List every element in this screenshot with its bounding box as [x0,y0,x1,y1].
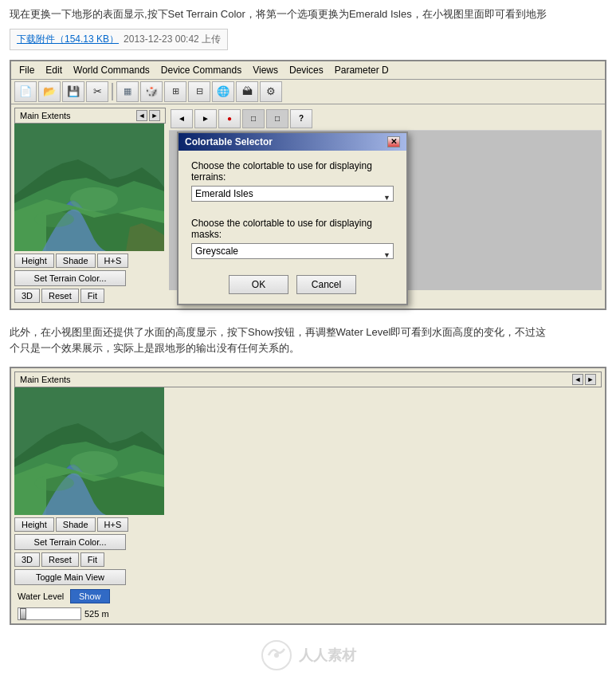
show-btn[interactable]: Show [70,589,110,603]
top-text-content: 现在更换一下地形的表面显示,按下Set Terrain Color，将第一个选项… [10,8,547,20]
panel-nav-next[interactable]: ► [149,110,160,121]
mid-text-line1: 此外，在小视图里面还提供了水面的高度显示，按下Show按钮，再调整Water L… [10,326,546,338]
dialog-body: Choose the colortable to use for display… [179,151,406,304]
open-icon: 📂 [43,85,56,97]
app-window-2: Main Extents ◄ ► Height Shade [10,367,606,625]
terrain-preview-2 [14,387,164,515]
new-icon: 📄 [19,85,32,97]
dialog-ok-btn[interactable]: OK [229,275,288,294]
terrain-colortable-select[interactable]: Emerald Isles Greyscale Blue Red Green [191,186,394,202]
toolbar-btn-terrain3[interactable]: ⊞ [164,81,186,102]
height2-btn[interactable]: Height [14,517,54,532]
hps-btn[interactable]: H+S [97,254,129,268]
water-slider-thumb[interactable] [20,608,26,619]
shade-btn[interactable]: Shade [56,254,96,268]
hps2-btn[interactable]: H+S [97,517,129,532]
terrain1-icon: ▦ [124,86,131,96]
sec-btn-square2[interactable]: □ [266,109,288,128]
dialog-title: Colortable Selector [185,136,273,147]
gear-icon: ⚙ [266,85,276,97]
download-link[interactable]: 下载附件（154.13 KB） [17,33,119,46]
toolbar-btn-gear[interactable]: ⚙ [260,81,282,102]
dialog-overlay: Colortable Selector ✕ Choose the colorta… [177,132,408,305]
menu-views[interactable]: Views [248,63,283,77]
set-terrain-color-btn[interactable]: Set Terrain Color... [14,270,126,286]
svg-point-16 [274,653,279,658]
toolbar-btn-terrain2[interactable]: 🎲 [140,81,163,102]
watermark: 人人素材 [0,631,616,676]
second-panel-area: Main Extents ◄ ► Height Shade [11,368,605,623]
toolbar-btn-mountain[interactable]: 🏔 [236,81,258,102]
menu-edit[interactable]: Edit [41,63,67,77]
menu-device-commands[interactable]: Device Commands [156,63,246,77]
3d-btn[interactable]: 3D [14,289,40,303]
dialog-close-btn[interactable]: ✕ [387,136,400,147]
menu-bar: File Edit World Commands Device Commands… [11,61,605,80]
sec-btn-help[interactable]: ? [290,109,312,128]
mid-text-line2: 个只是一个效果展示，实际上是跟地形的输出没有任何关系的。 [10,342,300,354]
btn-row-2: 3D Reset Fit [14,289,166,303]
toolbar-btn-terrain4[interactable]: ⊟ [188,81,210,102]
3d2-btn[interactable]: 3D [14,552,40,567]
watermark-logo-icon [261,639,292,671]
water-slider[interactable] [18,607,81,620]
height-btn[interactable]: Height [14,254,54,268]
download-bar: 下载附件（154.13 KB） 2013-12-23 00:42 上传 [10,29,228,50]
sec-btn-red[interactable]: ● [218,109,241,128]
btn-row2-2: 3D Reset Fit [14,552,602,567]
app-window: File Edit World Commands Device Commands… [10,60,606,310]
svg-point-6 [34,211,74,227]
reset2-btn[interactable]: Reset [41,552,79,567]
menu-file[interactable]: File [14,63,39,77]
fit2-btn[interactable]: Fit [80,552,104,567]
dialog-cancel-btn[interactable]: Cancel [296,275,356,294]
sec-btn-square1[interactable]: □ [242,109,265,128]
dialog-titlebar: Colortable Selector ✕ [179,133,406,151]
sec-btn-prev[interactable]: ◄ [171,109,193,128]
dialog-buttons: OK Cancel [191,275,394,294]
terrain-select-wrapper: Emerald Isles Greyscale Blue Red Green [191,186,394,210]
mountain-icon: 🏔 [242,85,253,97]
colortable-dialog: Colortable Selector ✕ Choose the colorta… [177,132,408,305]
save-icon: 💾 [67,85,80,97]
panel2-nav-next[interactable]: ► [585,374,596,385]
toolbar-btn-save[interactable]: 💾 [62,81,84,102]
top-description: 现在更换一下地形的表面显示,按下Set Terrain Color，将第一个选项… [0,0,616,26]
toolbar-btn-open[interactable]: 📂 [38,81,61,102]
terrain-preview [14,124,164,251]
toolbar-separator-1 [112,83,113,100]
toolbar-btn-globe[interactable]: 🌐 [212,81,234,102]
menu-devices[interactable]: Devices [284,63,328,77]
toolbar-btn-new[interactable]: 📄 [14,81,37,102]
toolbar: 📄 📂 💾 ✂ ▦ 🎲 ⊞ ⊟ 🌐 🏔 ⚙ [11,80,605,104]
toolbar-btn-cut[interactable]: ✂ [86,81,108,102]
toolbar-btn-terrain1[interactable]: ▦ [116,81,139,102]
water-level-row: Water Level Show [14,588,602,605]
panel2-title: Main Extents [20,375,71,384]
menu-parameter[interactable]: Parameter D [330,63,394,77]
terrain2-icon: 🎲 [145,85,158,97]
fit-btn[interactable]: Fit [80,289,104,303]
reset-btn[interactable]: Reset [41,289,79,303]
mask-colortable-select[interactable]: Greyscale Emerald Isles Blue Red [191,243,394,259]
btn-row2-set-terrain: Set Terrain Color... [14,534,602,550]
cut-icon: ✂ [93,85,102,97]
globe-icon: 🌐 [217,85,230,97]
toggle-main-view-btn[interactable]: Toggle Main View [14,569,126,585]
menu-world-commands[interactable]: World Commands [69,63,155,77]
terrain-svg-2 [14,387,164,515]
water-level-label: Water Level [18,592,65,601]
sec-btn-next[interactable]: ► [194,109,217,128]
mask-select-label: Choose the colortable to use for display… [191,218,394,240]
watermark-inner: 人人素材 [261,639,356,671]
secondary-toolbar: ◄ ► ● □ □ ? [169,108,602,131]
shade2-btn[interactable]: Shade [56,517,96,532]
download-date: 2013-12-23 00:42 上传 [124,33,221,46]
watermark-text: 人人素材 [299,646,356,665]
set-terrain-color2-btn[interactable]: Set Terrain Color... [14,534,126,550]
panel-nav-prev[interactable]: ◄ [136,110,147,121]
water-value: 525 m [84,609,109,619]
panel2-header: Main Extents ◄ ► [14,371,602,387]
panel2-nav-prev[interactable]: ◄ [572,374,583,385]
terrain-select-label: Choose the colortable to use for display… [191,160,394,183]
